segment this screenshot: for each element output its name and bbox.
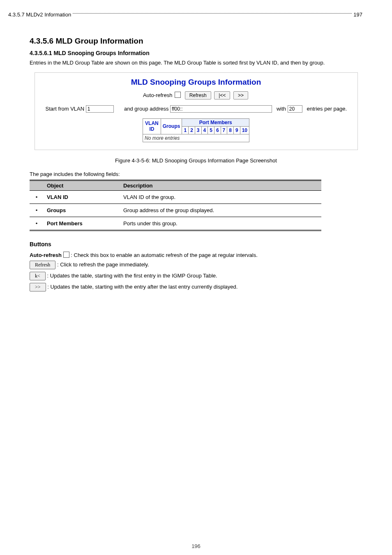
- group-address-label: and group address: [124, 106, 168, 112]
- port-cell: 4: [201, 126, 208, 134]
- obj-header-object: Object: [44, 180, 120, 190]
- bullet-icon: •: [30, 190, 44, 204]
- panel-title: MLD Snooping Groups Information: [35, 78, 357, 87]
- panel-controls: Auto-refresh Refresh |<< >>: [35, 91, 357, 99]
- first-button-img: k<: [30, 272, 46, 280]
- obj-cell: Groups: [44, 204, 120, 217]
- next-page-button[interactable]: >>: [233, 91, 248, 99]
- vlan-input[interactable]: 1: [86, 105, 114, 113]
- toc-dots: [73, 13, 352, 14]
- next-row: >> : Updates the table, starting with th…: [30, 283, 362, 291]
- col-port-members: Port Members: [182, 118, 249, 126]
- group-table-wrap: VLAN ID Groups Port Members 1 2 3 4 5 6 …: [143, 118, 249, 142]
- refresh-button[interactable]: Refresh: [185, 91, 211, 99]
- panel-filter-row: Start from VLAN 1 and group address ff00…: [46, 105, 357, 113]
- buttons-section: Buttons Auto-refresh : Check this box to…: [30, 241, 362, 291]
- obj-cell: VLAN ID: [44, 190, 120, 204]
- entries-input[interactable]: 20: [288, 105, 302, 113]
- port-cell: 8: [227, 126, 234, 134]
- table-row: • Port Members Ports under this group.: [30, 217, 321, 230]
- port-cell: 2: [189, 126, 195, 134]
- obj-desc-line: The page includes the following fields:: [30, 171, 362, 177]
- toc-entry-page: 197: [353, 12, 362, 18]
- port-cell: 3: [195, 126, 201, 134]
- port-cell: 7: [221, 126, 227, 134]
- col-groups: Groups: [161, 118, 182, 134]
- bullet-icon: •: [30, 204, 44, 217]
- auto-refresh-desc: : Check this box to enable an automatic …: [71, 252, 258, 258]
- with-label: with: [277, 106, 286, 112]
- auto-refresh-label: Auto-refresh: [143, 92, 173, 98]
- table-row: • VLAN ID VLAN ID of the group.: [30, 190, 321, 204]
- toc-entry-title: 4.3.5.7 MLDv2 Information: [8, 12, 71, 18]
- refresh-row: Refresh : Click to refresh the page imme…: [30, 261, 362, 269]
- port-cell: 1: [182, 126, 189, 134]
- refresh-button-img: Refresh: [30, 261, 55, 269]
- start-vlan-label: Start from VLAN: [46, 106, 85, 112]
- obj-cell: Port Members: [44, 217, 120, 230]
- col-vlan-id: VLAN ID: [143, 118, 161, 134]
- port-cell: 6: [214, 126, 221, 134]
- subsection-heading: 4.3.5.6.1 MLD Snooping Groups Informatio…: [30, 50, 392, 56]
- first-row: k< : Updates the table, starting with th…: [30, 272, 362, 280]
- first-desc: : Updates the table, starting with the f…: [47, 273, 217, 279]
- bullet-icon: •: [30, 217, 44, 230]
- desc-cell: VLAN ID of the group.: [120, 190, 321, 204]
- next-desc: : Updates the table, starting with the e…: [47, 284, 238, 290]
- group-table: VLAN ID Groups Port Members 1 2 3 4 5 6 …: [143, 118, 249, 134]
- checkbox-icon: [63, 252, 69, 258]
- refresh-desc: : Click to refresh the page immediately.: [57, 261, 149, 268]
- auto-refresh-label: Auto-refresh: [30, 252, 62, 258]
- desc-cell: Group address of the group displayed.: [120, 204, 321, 217]
- obj-header-desc: Description: [120, 180, 321, 190]
- first-page-button[interactable]: |<<: [214, 91, 230, 99]
- desc-cell: Ports under this group.: [120, 217, 321, 230]
- no-entries-row: No more entries: [143, 134, 249, 142]
- section-heading: 4.3.5.6 MLD Group Information: [30, 37, 392, 46]
- auto-refresh-row: Auto-refresh : Check this box to enable …: [30, 251, 362, 258]
- page-number: 196: [0, 543, 392, 549]
- port-cell: 10: [240, 126, 249, 134]
- buttons-heading: Buttons: [30, 241, 362, 247]
- table-row: • Groups Group address of the group disp…: [30, 204, 321, 217]
- auto-refresh-checkbox[interactable]: [175, 92, 181, 98]
- toc-fragment: 4.3.5.7 MLDv2 Information 197: [0, 0, 392, 22]
- section-intro: Entries in the MLD Group Table are shown…: [30, 59, 362, 67]
- port-cell: 9: [233, 126, 240, 134]
- object-table: Object Description • VLAN ID VLAN ID of …: [30, 180, 321, 231]
- screenshot-panel: MLD Snooping Groups Information Auto-ref…: [35, 72, 358, 150]
- figure-caption: Figure 4-3-5-6: MLD Snooping Groups Info…: [0, 157, 392, 164]
- entries-suffix: entries per page.: [307, 106, 347, 112]
- next-button-img: >>: [30, 283, 46, 291]
- group-address-input[interactable]: ff00::: [170, 105, 272, 113]
- port-cell: 5: [208, 126, 214, 134]
- toc-row: 4.3.5.7 MLDv2 Information 197: [8, 12, 362, 18]
